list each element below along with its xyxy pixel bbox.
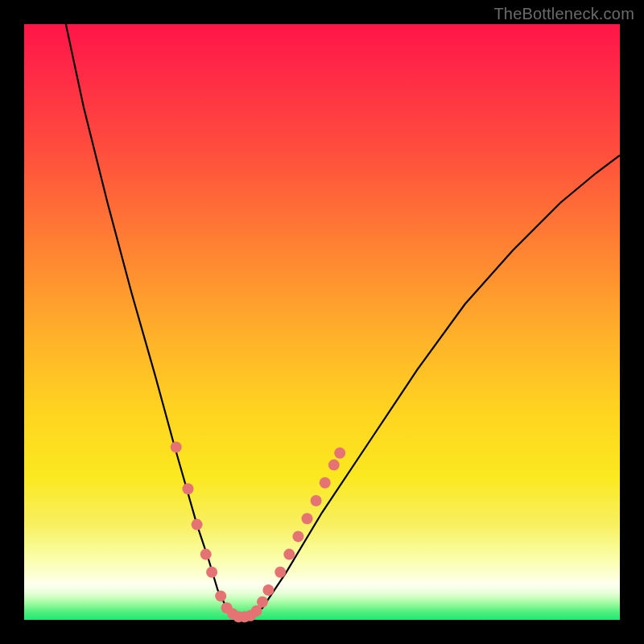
highlight-dot	[283, 549, 295, 560]
highlight-dot	[275, 567, 286, 578]
highlight-dot	[183, 483, 194, 494]
highlight-dot	[215, 590, 226, 601]
highlight-dot	[200, 549, 212, 560]
chart-frame: TheBottleneck.com	[0, 0, 644, 644]
highlight-dot	[206, 567, 217, 578]
watermark-text: TheBottleneck.com	[493, 5, 634, 23]
highlight-dot	[302, 513, 313, 524]
curve-layer	[24, 24, 620, 620]
highlight-dot	[171, 441, 182, 452]
highlight-dot	[257, 597, 268, 608]
bottleneck-curve	[66, 24, 620, 617]
highlight-dot	[292, 530, 303, 542]
highlight-dot	[192, 519, 203, 530]
highlight-dot	[334, 448, 345, 459]
plot-area	[24, 24, 620, 620]
highlight-dot	[328, 460, 340, 471]
highlight-dots	[171, 441, 346, 622]
highlight-dot	[311, 495, 322, 506]
highlight-dot	[262, 584, 274, 596]
highlight-dot	[320, 477, 331, 489]
